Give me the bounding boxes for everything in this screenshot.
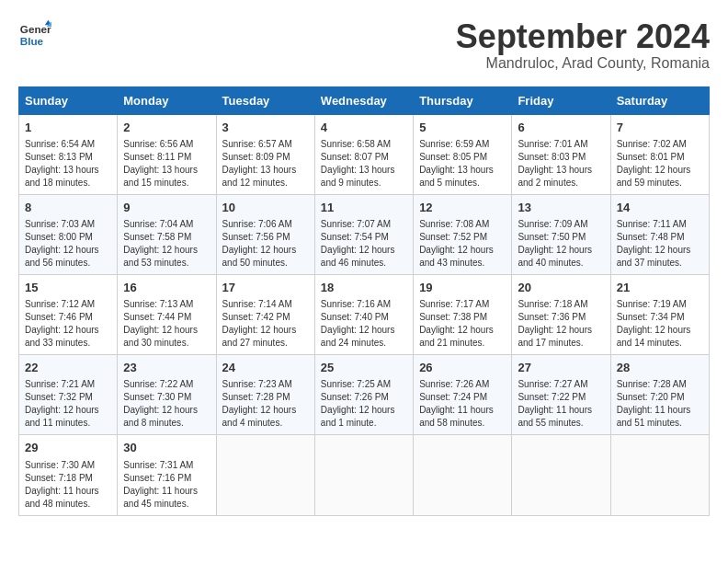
day-cell	[414, 435, 512, 515]
day-number: 4	[321, 120, 407, 136]
day-number: 14	[617, 200, 703, 216]
day-number: 21	[617, 280, 703, 296]
day-info: Sunrise: 7:27 AM Sunset: 7:22 PM Dayligh…	[518, 378, 604, 430]
day-info: Sunrise: 7:22 AM Sunset: 7:30 PM Dayligh…	[123, 378, 210, 430]
day-number: 17	[222, 280, 309, 296]
day-cell: 19Sunrise: 7:17 AM Sunset: 7:38 PM Dayli…	[414, 274, 512, 354]
day-cell: 21Sunrise: 7:19 AM Sunset: 7:34 PM Dayli…	[610, 274, 709, 354]
day-number: 12	[419, 200, 506, 216]
day-number: 23	[123, 360, 210, 376]
day-cell: 23Sunrise: 7:22 AM Sunset: 7:30 PM Dayli…	[118, 355, 216, 435]
day-number: 5	[419, 120, 506, 136]
day-number: 13	[518, 200, 604, 216]
day-info: Sunrise: 7:01 AM Sunset: 8:03 PM Dayligh…	[518, 138, 604, 190]
day-number: 28	[617, 360, 703, 376]
day-cell	[512, 435, 610, 515]
day-cell: 26Sunrise: 7:26 AM Sunset: 7:24 PM Dayli…	[414, 355, 512, 435]
day-cell: 1Sunrise: 6:54 AM Sunset: 8:13 PM Daylig…	[19, 114, 118, 194]
day-cell: 25Sunrise: 7:25 AM Sunset: 7:26 PM Dayli…	[314, 355, 413, 435]
day-info: Sunrise: 6:56 AM Sunset: 8:11 PM Dayligh…	[123, 138, 210, 190]
day-info: Sunrise: 7:26 AM Sunset: 7:24 PM Dayligh…	[419, 378, 506, 430]
day-info: Sunrise: 7:13 AM Sunset: 7:44 PM Dayligh…	[123, 298, 210, 350]
day-cell: 17Sunrise: 7:14 AM Sunset: 7:42 PM Dayli…	[216, 274, 314, 354]
day-number: 19	[419, 280, 506, 296]
day-number: 24	[222, 360, 309, 376]
day-cell: 28Sunrise: 7:28 AM Sunset: 7:20 PM Dayli…	[610, 355, 709, 435]
svg-text:Blue: Blue	[20, 35, 44, 47]
day-number: 9	[123, 200, 210, 216]
day-info: Sunrise: 6:57 AM Sunset: 8:09 PM Dayligh…	[222, 138, 309, 190]
calendar-header: SundayMondayTuesdayWednesdayThursdayFrid…	[19, 86, 710, 114]
week-row-4: 22Sunrise: 7:21 AM Sunset: 7:32 PM Dayli…	[19, 355, 710, 435]
day-cell: 9Sunrise: 7:04 AM Sunset: 7:58 PM Daylig…	[118, 194, 216, 274]
day-number: 10	[222, 200, 309, 216]
day-info: Sunrise: 7:30 AM Sunset: 7:18 PM Dayligh…	[25, 459, 111, 511]
day-info: Sunrise: 7:17 AM Sunset: 7:38 PM Dayligh…	[419, 298, 506, 350]
day-cell: 3Sunrise: 6:57 AM Sunset: 8:09 PM Daylig…	[216, 114, 314, 194]
day-cell	[216, 435, 314, 515]
day-cell: 7Sunrise: 7:02 AM Sunset: 8:01 PM Daylig…	[610, 114, 709, 194]
day-number: 15	[25, 280, 111, 296]
week-row-2: 8Sunrise: 7:03 AM Sunset: 8:00 PM Daylig…	[19, 194, 710, 274]
header-cell-monday: Monday	[118, 86, 216, 114]
day-info: Sunrise: 7:18 AM Sunset: 7:36 PM Dayligh…	[518, 298, 604, 350]
week-row-1: 1Sunrise: 6:54 AM Sunset: 8:13 PM Daylig…	[19, 114, 710, 194]
day-info: Sunrise: 7:28 AM Sunset: 7:20 PM Dayligh…	[617, 378, 703, 430]
day-info: Sunrise: 7:21 AM Sunset: 7:32 PM Dayligh…	[25, 378, 111, 430]
day-cell: 22Sunrise: 7:21 AM Sunset: 7:32 PM Dayli…	[19, 355, 118, 435]
header-cell-saturday: Saturday	[610, 86, 709, 114]
day-cell: 18Sunrise: 7:16 AM Sunset: 7:40 PM Dayli…	[314, 274, 413, 354]
day-info: Sunrise: 7:25 AM Sunset: 7:26 PM Dayligh…	[321, 378, 407, 430]
logo-icon: General Blue	[18, 18, 51, 52]
day-info: Sunrise: 6:58 AM Sunset: 8:07 PM Dayligh…	[321, 138, 407, 190]
day-info: Sunrise: 7:31 AM Sunset: 7:16 PM Dayligh…	[123, 459, 210, 511]
day-number: 7	[617, 120, 703, 136]
day-number: 27	[518, 360, 604, 376]
day-info: Sunrise: 7:06 AM Sunset: 7:56 PM Dayligh…	[222, 218, 309, 270]
day-info: Sunrise: 7:03 AM Sunset: 8:00 PM Dayligh…	[25, 218, 111, 270]
day-number: 26	[419, 360, 506, 376]
header-row: SundayMondayTuesdayWednesdayThursdayFrid…	[19, 86, 710, 114]
location-title: Mandruloc, Arad County, Romania	[456, 55, 710, 72]
day-cell: 16Sunrise: 7:13 AM Sunset: 7:44 PM Dayli…	[118, 274, 216, 354]
day-info: Sunrise: 7:16 AM Sunset: 7:40 PM Dayligh…	[321, 298, 407, 350]
day-number: 30	[123, 440, 210, 456]
day-number: 8	[25, 200, 111, 216]
day-info: Sunrise: 7:23 AM Sunset: 7:28 PM Dayligh…	[222, 378, 309, 430]
day-cell: 29Sunrise: 7:30 AM Sunset: 7:18 PM Dayli…	[19, 435, 118, 515]
day-cell: 20Sunrise: 7:18 AM Sunset: 7:36 PM Dayli…	[512, 274, 610, 354]
day-cell: 2Sunrise: 6:56 AM Sunset: 8:11 PM Daylig…	[118, 114, 216, 194]
day-info: Sunrise: 7:14 AM Sunset: 7:42 PM Dayligh…	[222, 298, 309, 350]
month-title: September 2024	[456, 18, 710, 55]
header-cell-friday: Friday	[512, 86, 610, 114]
day-number: 20	[518, 280, 604, 296]
day-cell: 30Sunrise: 7:31 AM Sunset: 7:16 PM Dayli…	[118, 435, 216, 515]
day-info: Sunrise: 7:04 AM Sunset: 7:58 PM Dayligh…	[123, 218, 210, 270]
day-info: Sunrise: 7:11 AM Sunset: 7:48 PM Dayligh…	[617, 218, 703, 270]
page-header: General Blue September 2024 Mandruloc, A…	[18, 18, 710, 72]
header-cell-thursday: Thursday	[414, 86, 512, 114]
day-number: 3	[222, 120, 309, 136]
day-cell: 11Sunrise: 7:07 AM Sunset: 7:54 PM Dayli…	[314, 194, 413, 274]
calendar-table: SundayMondayTuesdayWednesdayThursdayFrid…	[18, 86, 710, 516]
header-cell-sunday: Sunday	[19, 86, 118, 114]
calendar-body: 1Sunrise: 6:54 AM Sunset: 8:13 PM Daylig…	[19, 114, 710, 515]
day-cell: 8Sunrise: 7:03 AM Sunset: 8:00 PM Daylig…	[19, 194, 118, 274]
day-cell: 14Sunrise: 7:11 AM Sunset: 7:48 PM Dayli…	[610, 194, 709, 274]
day-cell: 12Sunrise: 7:08 AM Sunset: 7:52 PM Dayli…	[414, 194, 512, 274]
day-info: Sunrise: 7:19 AM Sunset: 7:34 PM Dayligh…	[617, 298, 703, 350]
day-cell: 13Sunrise: 7:09 AM Sunset: 7:50 PM Dayli…	[512, 194, 610, 274]
day-cell: 5Sunrise: 6:59 AM Sunset: 8:05 PM Daylig…	[414, 114, 512, 194]
day-cell: 15Sunrise: 7:12 AM Sunset: 7:46 PM Dayli…	[19, 274, 118, 354]
week-row-3: 15Sunrise: 7:12 AM Sunset: 7:46 PM Dayli…	[19, 274, 710, 354]
header-cell-wednesday: Wednesday	[314, 86, 413, 114]
week-row-5: 29Sunrise: 7:30 AM Sunset: 7:18 PM Dayli…	[19, 435, 710, 515]
day-number: 18	[321, 280, 407, 296]
day-info: Sunrise: 6:59 AM Sunset: 8:05 PM Dayligh…	[419, 138, 506, 190]
day-cell: 4Sunrise: 6:58 AM Sunset: 8:07 PM Daylig…	[314, 114, 413, 194]
day-info: Sunrise: 7:12 AM Sunset: 7:46 PM Dayligh…	[25, 298, 111, 350]
day-number: 22	[25, 360, 111, 376]
day-number: 25	[321, 360, 407, 376]
logo: General Blue	[18, 18, 51, 52]
day-number: 2	[123, 120, 210, 136]
